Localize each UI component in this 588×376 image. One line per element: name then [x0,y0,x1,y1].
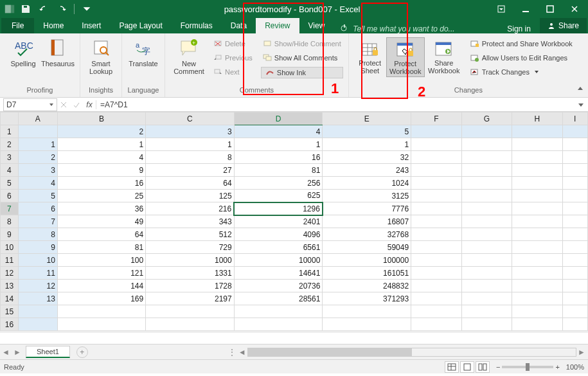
maximize-button[interactable] [539,2,561,16]
cell[interactable] [146,305,235,318]
tab-home[interactable]: Home [34,18,73,33]
row-header[interactable]: 13 [1,280,19,292]
tab-review[interactable]: Review [256,18,299,33]
thesaurus-button[interactable]: Thesaurus [41,37,75,67]
cell[interactable] [18,318,57,331]
protect-workbook-button[interactable]: Protect Workbook [386,37,425,77]
cell[interactable]: 12 [18,280,57,292]
cell[interactable] [562,241,587,254]
cell[interactable] [512,151,562,164]
previous-comment-button[interactable]: Previous [211,51,254,64]
cell[interactable]: 1 [18,138,57,151]
cell[interactable]: 6 [18,202,57,215]
cell[interactable]: 5 [323,125,411,138]
cell[interactable]: 20736 [234,280,323,292]
cell[interactable]: 125 [146,190,235,202]
cell[interactable] [411,202,461,215]
file-tab[interactable]: File [1,18,34,33]
cell[interactable]: 1 [323,138,411,151]
show-ink-button[interactable]: Show Ink [261,67,343,78]
cell[interactable]: 2401 [234,215,323,228]
column-header[interactable]: A [18,112,57,125]
cell[interactable]: 2 [18,151,57,164]
cell[interactable] [562,318,587,331]
cell[interactable] [461,125,512,138]
cell[interactable]: 64 [57,228,145,241]
cell[interactable]: 121 [57,267,145,280]
cell[interactable] [512,267,562,280]
cell[interactable]: 1331 [146,267,235,280]
cell[interactable] [18,305,57,318]
row-header[interactable]: 11 [1,254,19,267]
cell[interactable] [461,305,512,318]
cell[interactable] [411,125,461,138]
cell[interactable]: 81 [234,164,323,177]
cell[interactable]: 512 [146,228,235,241]
cell[interactable] [461,280,512,292]
cell[interactable] [562,202,587,215]
cell[interactable]: 32 [323,151,411,164]
cell[interactable]: 9 [57,164,145,177]
cell[interactable]: 3 [18,164,57,177]
cell[interactable] [411,164,461,177]
cell[interactable] [18,125,57,138]
save-button[interactable] [19,2,33,16]
tab-insert[interactable]: Insert [73,18,110,33]
cell[interactable] [411,177,461,190]
cell[interactable] [323,305,411,318]
cell[interactable]: 49 [57,215,145,228]
cell[interactable]: 36 [57,202,145,215]
cell[interactable]: 16807 [323,215,411,228]
row-header[interactable]: 6 [1,190,19,202]
cell[interactable]: 371293 [323,292,411,305]
cell[interactable] [234,305,323,318]
share-workbook-button[interactable]: Share Workbook [425,37,463,75]
cell[interactable] [411,292,461,305]
cell[interactable]: 6561 [234,241,323,254]
collapse-ribbon-icon[interactable] [576,85,584,94]
cell[interactable] [512,125,562,138]
tell-me-input[interactable]: Tell me what you want to do... [340,24,454,33]
zoom-value[interactable]: 100% [566,363,584,371]
cancel-formula-icon[interactable] [57,101,70,109]
cell[interactable]: 9 [18,241,57,254]
cell[interactable] [512,292,562,305]
zoom-control[interactable]: − + [496,363,560,371]
delete-comment-button[interactable]: Delete [211,37,254,50]
column-header[interactable]: D [234,112,323,125]
share-button[interactable]: Share [540,18,587,33]
cell[interactable] [562,177,587,190]
cell[interactable] [512,228,562,241]
column-header[interactable]: G [461,112,512,125]
cell[interactable]: 25 [57,190,145,202]
cell[interactable] [512,280,562,292]
cell[interactable] [461,138,512,151]
cell[interactable]: 1024 [323,177,411,190]
cell[interactable]: 81 [57,241,145,254]
show-all-comments-button[interactable]: Show All Comments [261,51,343,64]
cell[interactable]: 4 [234,125,323,138]
spreadsheet-grid[interactable]: ABCDEFGHI 123452111113248163243927812435… [0,112,588,344]
cell[interactable] [411,138,461,151]
cell[interactable] [461,254,512,267]
cell[interactable] [57,318,145,331]
cell[interactable] [512,190,562,202]
cell[interactable] [323,318,411,331]
cell[interactable] [411,151,461,164]
cell[interactable] [461,177,512,190]
column-header[interactable]: I [562,112,587,125]
smart-lookup-button[interactable]: Smart Lookup [85,37,116,75]
formula-input[interactable]: =A7^D1 [96,100,588,109]
column-header[interactable]: E [323,112,411,125]
cell[interactable] [461,151,512,164]
cell[interactable] [411,254,461,267]
cell[interactable] [512,241,562,254]
cell[interactable] [562,280,587,292]
sheet-nav-next[interactable]: ► [12,348,23,357]
name-box[interactable]: D7 [3,98,57,111]
cell[interactable]: 16 [57,177,145,190]
row-header[interactable]: 14 [1,292,19,305]
cell[interactable] [562,228,587,241]
cell[interactable] [512,177,562,190]
cell[interactable]: 8 [146,151,235,164]
